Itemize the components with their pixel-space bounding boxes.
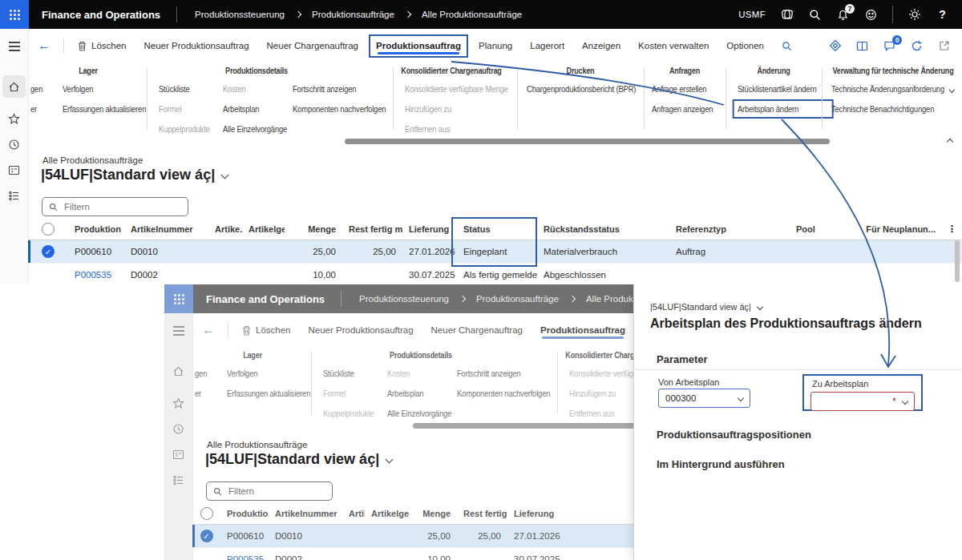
col-rest[interactable]: Rest fertig mel... — [457, 509, 507, 518]
row-checkbox-checked[interactable]: ✓ — [192, 530, 220, 542]
modules-window-icon[interactable] — [0, 159, 28, 181]
ribbon-item-alle-einzelvorgaenge[interactable]: Alle Einzelvorgänge — [223, 119, 287, 139]
col-rest[interactable]: Rest fertig mel... — [342, 224, 402, 234]
ribbon-item-verfolgen[interactable]: Verfolgen — [227, 364, 310, 384]
col-artike[interactable]: Artike... — [342, 509, 365, 518]
tab-anzeigen[interactable]: Anzeigen — [582, 36, 620, 55]
cell-produktion[interactable]: P000610 — [68, 247, 124, 256]
filter-box[interactable] — [42, 197, 188, 216]
filter-box[interactable] — [206, 481, 333, 501]
tab-produktionsauftrag[interactable]: Produktionsauftrag — [376, 36, 461, 55]
col-status[interactable]: Status — [457, 224, 537, 234]
tab-produktionsauftrag[interactable]: Produktionsauftrag — [540, 320, 625, 340]
filter-input[interactable] — [227, 485, 325, 497]
favorites-star-icon[interactable] — [0, 107, 28, 130]
background-section-header[interactable]: Im Hintergrund ausführen — [657, 458, 785, 470]
dialog-view-title[interactable]: |54LUF|Standard view áç| — [650, 302, 762, 312]
col-pool[interactable]: Pool — [790, 224, 858, 234]
collapse-ribbon-chevron-icon[interactable] — [948, 133, 952, 147]
new-production-order-button[interactable]: Neuer Produktionsauftrag — [143, 36, 249, 55]
hamburger-menu-icon[interactable] — [0, 35, 28, 58]
col-rueckstandsstatus[interactable]: Rückstandsstatus — [537, 224, 669, 234]
to-route-combobox[interactable]: * — [810, 392, 915, 411]
app-title[interactable]: Finance and Operations — [193, 293, 341, 305]
filter-input[interactable] — [63, 201, 181, 212]
feedback-smiley-icon[interactable] — [864, 8, 878, 22]
col-produktion[interactable]: Produktion↓ — [68, 224, 124, 234]
ribbon-item-arbeitsplan-aendern[interactable]: Arbeitsplan ändern — [738, 99, 816, 119]
modules-window-icon[interactable] — [164, 443, 192, 465]
breadcrumb-item-2[interactable]: Produktionsaufträge — [476, 294, 559, 304]
home-icon[interactable] — [0, 75, 28, 98]
open-in-panel-icon[interactable] — [855, 39, 869, 53]
table-row[interactable]: ✓ P000610 D0010 25,00 25,00 27.01.2026 E… — [28, 240, 962, 264]
col-produktion[interactable]: Produktion↓ — [220, 509, 269, 518]
toolbar-search-icon[interactable] — [782, 36, 792, 56]
ribbon-item-technische-benachrichtigungen[interactable]: Technische Benachrichtigungen — [831, 99, 954, 119]
workspaces-list-icon[interactable] — [164, 469, 192, 491]
ribbon-item-chargenbericht[interactable]: Chargenproduktionsbericht (BPR) — [527, 79, 636, 99]
messages-icon[interactable]: 0 — [883, 39, 896, 53]
ribbon-item-truncated[interactable]: gen — [195, 364, 207, 384]
from-route-combobox[interactable]: 000300 — [658, 389, 750, 408]
ribbon-item-truncated[interactable]: gen — [30, 79, 42, 99]
hamburger-menu-icon[interactable] — [164, 320, 192, 342]
col-referenztyp[interactable]: Referenztyp — [669, 224, 790, 234]
ribbon-item-truncated[interactable]: er — [195, 384, 207, 404]
waffle-menu-button[interactable] — [164, 284, 193, 313]
help-icon[interactable]: ? — [936, 8, 949, 22]
settings-gear-icon[interactable] — [907, 8, 921, 22]
col-lieferung[interactable]: Lieferung — [507, 509, 628, 518]
col-artikelnummer[interactable]: Artikelnummer — [269, 509, 342, 518]
ribbon-item-verfolgen[interactable]: Verfolgen — [63, 79, 146, 99]
view-title[interactable]: |54LUF|Standard view áç| — [205, 451, 392, 468]
ribbon-item-stuecklistenartikel-aendern[interactable]: Stücklistenartikel ändern — [738, 79, 816, 99]
vertical-scrollbar[interactable] — [955, 240, 960, 282]
parameter-section-header[interactable]: Parameter — [657, 353, 708, 365]
view-title[interactable]: |54LUF|Standard view áç| — [41, 167, 228, 183]
cell-produktion[interactable]: P000535 — [220, 554, 269, 560]
col-artike[interactable]: Artike... — [208, 224, 242, 234]
delete-button[interactable]: Löschen — [241, 320, 290, 340]
table-row[interactable]: P000535 D0002 10,00 30.07.2025 Als ferti… — [28, 264, 962, 284]
horizontal-scrollbar[interactable] — [345, 139, 830, 144]
personalize-diamond-icon[interactable] — [828, 39, 842, 53]
waffle-menu-button[interactable] — [0, 0, 29, 29]
col-artikelge[interactable]: Artikelge... — [365, 509, 409, 518]
workspaces-list-icon[interactable] — [0, 184, 28, 207]
col-artikelnummer[interactable]: Artikelnummer — [124, 224, 208, 234]
cell-artikelnummer[interactable]: D0002 — [269, 554, 342, 560]
home-icon[interactable] — [164, 360, 192, 382]
positions-section-header[interactable]: Produktionsauftragspositionen — [657, 429, 811, 441]
new-batch-order-button[interactable]: Neuer Chargenauftrag — [267, 36, 358, 55]
new-batch-order-button[interactable]: Neuer Chargenauftrag — [431, 320, 523, 340]
breadcrumb-item-1[interactable]: Produktionssteuerung — [359, 294, 449, 304]
tab-optionen[interactable]: Optionen — [726, 36, 764, 55]
breadcrumb-item-1[interactable]: Produktionssteuerung — [195, 10, 285, 19]
company-selector[interactable]: USMF — [738, 10, 766, 19]
open-new-window-icon[interactable] — [937, 39, 951, 53]
ribbon-item-komponenten[interactable]: Komponenten nachverfolgen — [457, 384, 550, 404]
ribbon-item-arbeitsplan[interactable]: Arbeitsplan — [223, 99, 287, 119]
refresh-icon[interactable] — [910, 39, 924, 53]
ribbon-item-stueckliste[interactable]: Stückliste — [323, 364, 374, 384]
back-arrow-icon[interactable]: ← — [202, 323, 215, 337]
ribbon-item-fortschritt[interactable]: Fortschritt anzeigen — [293, 79, 386, 99]
tab-planung[interactable]: Planung — [479, 36, 512, 55]
select-all-checkbox[interactable] — [28, 223, 68, 236]
tab-kosten-verwalten[interactable]: Kosten verwalten — [638, 36, 709, 55]
ribbon-item-anfragen-anzeigen[interactable]: Anfragen anzeigen — [652, 99, 713, 119]
more-columns-icon[interactable]: ⋮ — [942, 224, 962, 235]
recent-clock-icon[interactable] — [164, 417, 192, 440]
ribbon-item-anfrage-erstellen[interactable]: Anfrage erstellen — [652, 79, 713, 99]
search-icon[interactable] — [808, 8, 822, 22]
tab-lagerort[interactable]: Lagerort — [530, 36, 564, 55]
ribbon-item-stueckliste[interactable]: Stückliste — [159, 79, 210, 99]
notifications-bell-icon[interactable]: 7 — [836, 8, 850, 22]
breadcrumb-item-2[interactable]: Produktionsaufträge — [312, 10, 394, 19]
recent-clock-icon[interactable] — [0, 133, 28, 155]
ribbon-item-alle-einzelvorgaenge[interactable]: Alle Einzelvorgänge — [387, 404, 451, 424]
back-arrow-icon[interactable]: ← — [38, 38, 51, 53]
ribbon-item-arbeitsplan[interactable]: Arbeitsplan — [387, 384, 451, 404]
horizontal-scrollbar[interactable] — [413, 423, 637, 429]
